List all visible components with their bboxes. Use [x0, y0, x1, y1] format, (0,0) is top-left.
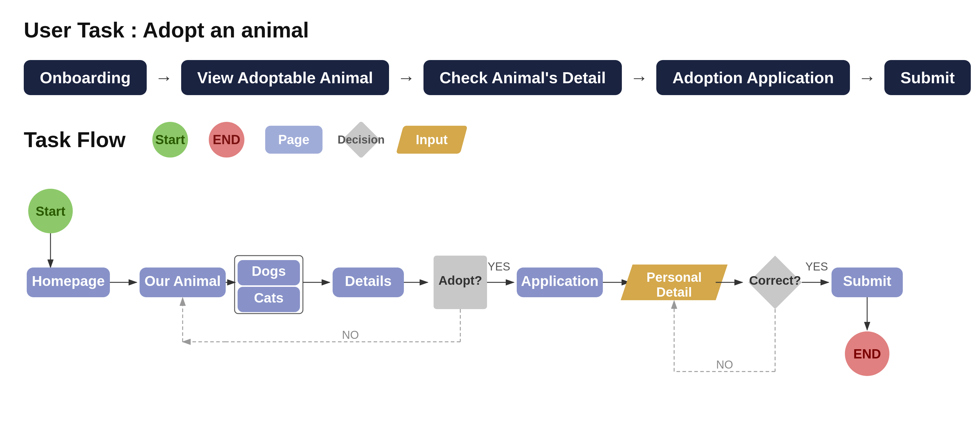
svg-text:Dogs: Dogs — [252, 264, 286, 279]
step-arrow-4: → — [858, 67, 876, 88]
svg-text:Homepage: Homepage — [32, 273, 105, 289]
step-arrow-1: → — [155, 67, 173, 88]
step-adoption-app: Adoption Application — [656, 60, 850, 95]
svg-text:END: END — [853, 347, 881, 361]
step-submit: Submit — [885, 60, 971, 95]
page-title: User Task : Adopt an animal — [24, 18, 956, 42]
svg-text:Personal: Personal — [646, 270, 702, 284]
svg-text:Start: Start — [36, 204, 66, 219]
step-view-animal: View Adoptable Animal — [181, 60, 389, 95]
legend-end: END — [209, 122, 244, 158]
legend-parallelogram: Input — [396, 126, 468, 154]
legend-diamond-wrap: Decision — [343, 122, 379, 158]
svg-text:NO: NO — [716, 358, 733, 371]
step-arrow-2: → — [397, 67, 415, 88]
svg-text:Detail: Detail — [656, 285, 692, 299]
legend-title: Task Flow — [24, 128, 126, 152]
flow-diagram: Start Homepage Our Animal Dogs Cats Deta… — [24, 187, 956, 419]
legend-page-box: Page — [265, 126, 323, 154]
svg-text:Our Animal: Our Animal — [145, 273, 221, 289]
svg-text:YES: YES — [488, 260, 510, 273]
step-onboarding: Onboarding — [24, 60, 147, 95]
svg-text:Cats: Cats — [254, 290, 283, 305]
svg-text:YES: YES — [805, 260, 828, 273]
legend-end-circle: END — [209, 122, 244, 158]
legend-diamond-label: Decision — [338, 133, 385, 146]
step-flow: Onboarding → View Adoptable Animal → Che… — [24, 60, 956, 95]
svg-text:NO: NO — [342, 329, 359, 341]
step-check-detail: Check Animal's Detail — [423, 60, 622, 95]
svg-text:Details: Details — [345, 273, 391, 289]
legend-start: Start — [152, 122, 188, 158]
svg-text:Submit: Submit — [843, 273, 891, 289]
svg-text:Adopt?: Adopt? — [439, 273, 482, 287]
svg-text:Application: Application — [521, 273, 598, 289]
legend-decision: Decision — [343, 122, 379, 158]
legend-page: Page — [265, 126, 323, 154]
legend-input: Input — [400, 126, 464, 154]
legend-row: Task Flow Start END Page Decision Input — [24, 122, 956, 158]
svg-text:Correct?: Correct? — [749, 273, 801, 287]
legend-start-circle: Start — [152, 122, 188, 158]
step-arrow-3: → — [630, 67, 648, 88]
